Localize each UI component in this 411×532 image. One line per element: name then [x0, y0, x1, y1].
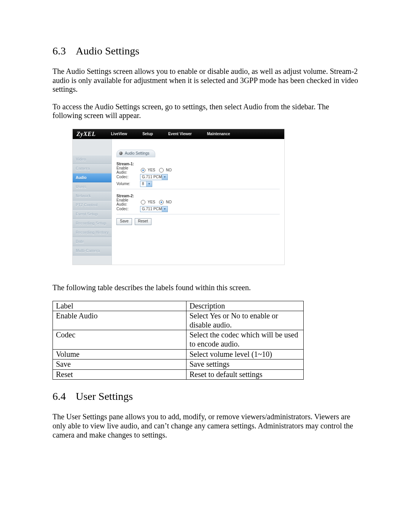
section-number: 6.3	[53, 45, 66, 57]
sidebar-item-ptz-control[interactable]: PTZ Control	[73, 201, 112, 210]
divider	[116, 214, 280, 214]
sidebar-item-multi-camera[interactable]: Multi-Camera	[73, 246, 112, 256]
sidebar-item-users[interactable]: Users	[73, 182, 112, 192]
sidebar-item-camera[interactable]: Camera	[73, 164, 112, 173]
top-navigation: LiveView Setup Event Viewer Maintenance	[100, 132, 285, 136]
table-cell-label: Volume	[53, 349, 186, 359]
stream1-volume-value: 8	[142, 182, 144, 186]
sidebar-item-network[interactable]: Network	[73, 192, 112, 201]
table-cell-label: Reset	[53, 369, 186, 380]
table-cell-label: Save	[53, 359, 186, 370]
table-cell-desc: Select Yes or No to enable or disable au…	[186, 311, 304, 330]
sidebar-item-date[interactable]: Date	[73, 237, 112, 246]
chevron-down-icon: ▾	[146, 181, 152, 187]
table-cell-desc: Select volume level (1~10)	[186, 349, 304, 359]
section-number: 6.4	[53, 390, 66, 403]
section-6-3-para-1: The Audio Settings screen allows you to …	[53, 67, 358, 94]
stream1-enable-yes-text: YES	[148, 168, 155, 172]
reset-button[interactable]: Reset	[135, 218, 151, 225]
table-row: Volume Select volume level (1~10)	[53, 349, 304, 359]
stream1-codec-label: Codec:	[116, 175, 139, 179]
stream2-codec-label: Codec:	[116, 207, 139, 211]
app-topbar: ZyXEL LiveView Setup Event Viewer Mainte…	[73, 129, 284, 139]
stream2-enable-yes-radio[interactable]	[141, 200, 145, 204]
stream2-codec-value: G.711 PCM	[142, 207, 162, 211]
sidebar-item-recording-setup[interactable]: Recording Setup	[73, 219, 112, 228]
table-cell-label: Enable Audio	[53, 311, 186, 330]
sidebar-item-event-setup[interactable]: Event Setup	[73, 210, 112, 219]
stream1-enable-row: Enable Audio: YES NO	[116, 167, 280, 174]
sidebar-item-video[interactable]: Video	[73, 155, 112, 164]
stream1-enable-no-text: NO	[166, 168, 172, 172]
stream1-enable-yes-radio[interactable]	[141, 168, 145, 173]
section-title: Audio Settings	[76, 45, 139, 57]
stream2-codec-row: Codec: G.711 PCM ▾	[116, 206, 280, 212]
stream2-title: Stream-2:	[116, 194, 280, 198]
tab-label: Audio Settings	[125, 151, 150, 155]
stream1-codec-row: Codec: G.711 PCM ▾	[116, 174, 280, 181]
button-row: Save Reset	[116, 218, 280, 225]
stream2-enable-no-text: NO	[166, 200, 172, 204]
sidebar: Video Camera Audio Users Network PTZ Con…	[73, 139, 112, 265]
sidebar-item-audio[interactable]: Audio	[73, 173, 112, 182]
topnav-setup[interactable]: Setup	[142, 132, 153, 136]
table-header-row: Label Description	[53, 301, 304, 311]
stream2-codec-select[interactable]: G.711 PCM ▾	[140, 206, 168, 212]
topnav-maintenance[interactable]: Maintenance	[207, 132, 230, 136]
section-title: User Settings	[76, 390, 133, 402]
sidebar-item-recording-history[interactable]: Recording History	[73, 228, 112, 237]
audio-settings-screenshot: ZyXEL LiveView Setup Event Viewer Mainte…	[72, 129, 285, 265]
table-cell-desc: Select the codec which will be used to e…	[186, 330, 304, 349]
save-button[interactable]: Save	[116, 218, 132, 225]
table-cell-desc: Save settings	[186, 359, 304, 370]
table-cell-desc: Reset to default settings	[186, 369, 304, 380]
section-6-4-heading: 6.4User Settings	[53, 390, 358, 403]
table-row: Enable Audio Select Yes or No to enable …	[53, 311, 304, 330]
stream1-volume-row: Volume: 8 ▾	[116, 181, 280, 187]
brand-logo: ZyXEL	[73, 131, 100, 137]
stream1-enable-label: Enable Audio:	[116, 166, 139, 174]
section-6-3-para-2: To access the Audio Settings screen, go …	[53, 102, 358, 120]
stream1-volume-label: Volume:	[116, 182, 139, 186]
stream1-enable-no-radio[interactable]	[159, 168, 164, 173]
table-cell-label: Codec	[53, 330, 186, 349]
stream2-enable-no-radio[interactable]	[159, 200, 164, 204]
table-header-label: Label	[53, 301, 186, 311]
divider	[116, 189, 280, 189]
stream1-volume-select[interactable]: 8 ▾	[140, 181, 152, 187]
stream2-enable-row: Enable Audio: YES NO	[116, 199, 280, 206]
chevron-down-icon: ▾	[162, 206, 167, 212]
tab-audio-settings[interactable]: Audio Settings	[116, 150, 155, 157]
table-intro: The following table describes the labels…	[53, 283, 358, 292]
stream1-codec-select[interactable]: G.711 PCM ▾	[140, 174, 168, 180]
stream2-enable-label: Enable Audio:	[116, 198, 139, 206]
labels-description-table: Label Description Enable Audio Select Ye…	[53, 301, 304, 380]
stream1-codec-value: G.711 PCM	[142, 175, 162, 179]
table-row: Reset Reset to default settings	[53, 369, 304, 380]
section-6-4-para-1: The User Settings pane allows you to add…	[53, 412, 358, 439]
chevron-down-icon: ▾	[162, 174, 167, 180]
stream1-title: Stream-1:	[116, 162, 280, 166]
table-row: Codec Select the codec which will be use…	[53, 330, 304, 349]
stream2-enable-yes-text: YES	[148, 200, 155, 204]
main-panel: Audio Settings Stream-1: Enable Audio: Y…	[112, 139, 284, 265]
section-6-3-heading: 6.3Audio Settings	[53, 45, 358, 57]
table-header-desc: Description	[186, 301, 304, 311]
topnav-liveview[interactable]: LiveView	[111, 132, 127, 136]
table-row: Save Save settings	[53, 359, 304, 370]
topnav-eventviewer[interactable]: Event Viewer	[168, 132, 192, 136]
